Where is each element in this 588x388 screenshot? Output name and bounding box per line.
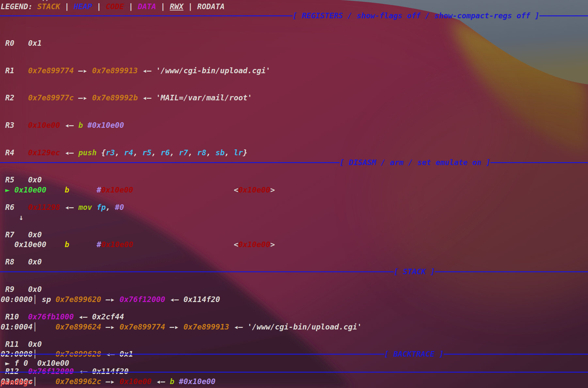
stack-pane: 00:0000│ sp 0x7e899620 —▸ 0x76f12000 ◂— … bbox=[1, 277, 362, 388]
stack-row-0: 00:0000│ sp 0x7e899620 —▸ 0x76f12000 ◂— … bbox=[1, 295, 362, 304]
disasm-next-instruction: 0x10e00 b #0x10e00 <0x10e00> bbox=[1, 240, 275, 249]
register-row-r2: R2 0x7e89977c —▸ 0x7e89992b ◂— 'MAIL=/va… bbox=[5, 93, 270, 102]
register-row-r0: R0 0x1 bbox=[5, 39, 270, 48]
stack-pane-header: [ STACK ] bbox=[0, 267, 588, 276]
registers-header-rule-left bbox=[0, 15, 293, 16]
registers-pane-header: [ REGISTERS / show-flags off / show-comp… bbox=[0, 11, 588, 20]
stack-row-3: 03:000c│ 0x7e89962c —▸ 0x10e00 ◂— b #0x1… bbox=[1, 377, 362, 386]
registers-header-rule-right bbox=[539, 15, 588, 16]
registers-header-label: [ REGISTERS / show-flags off / show-comp… bbox=[293, 11, 539, 20]
backtrace-frame-0: ► f 0 0x10e00 bbox=[1, 359, 69, 368]
disasm-pane-header: [ DISASM / arm / set emulate on ] bbox=[0, 158, 588, 167]
register-row-r4: R4 0x129ec ◂— push {r3, r4, r5, r6, r7, … bbox=[5, 148, 270, 157]
disasm-header-rule-right bbox=[490, 162, 588, 163]
backtrace-header-rule-left bbox=[0, 354, 384, 355]
disasm-header-label: [ DISASM / arm / set emulate on ] bbox=[340, 158, 490, 167]
register-row-r1: R1 0x7e899774 —▸ 0x7e899913 ◂— '/www/cgi… bbox=[5, 66, 270, 75]
bottom-rule bbox=[0, 372, 588, 373]
backtrace-header-label: [ BACKTRACE ] bbox=[384, 349, 444, 359]
disasm-header-rule-left bbox=[0, 162, 340, 163]
pwndbg-terminal: () LEGEND: STACK | HEAP | CODE | DATA | … bbox=[0, 0, 588, 388]
stack-header-rule-left bbox=[0, 271, 394, 272]
stack-header-label: [ STACK ] bbox=[394, 267, 435, 276]
disasm-pane: ► 0x10e00 b #0x10e00 <0x10e00> ↓ 0x10e00… bbox=[1, 167, 275, 267]
legend-line: LEGEND: STACK | HEAP | CODE | DATA | RWX… bbox=[1, 2, 225, 11]
backtrace-pane-header: [ BACKTRACE ] bbox=[0, 349, 588, 359]
backtrace-header-rule-right bbox=[444, 354, 588, 355]
disasm-current-instruction: ► 0x10e00 b #0x10e00 <0x10e00> bbox=[1, 185, 275, 194]
disasm-branch-arrow: ↓ bbox=[1, 213, 275, 222]
stack-header-rule-right bbox=[435, 271, 588, 272]
stack-row-1: 01:0004│ 0x7e899624 —▸ 0x7e899774 —▸ 0x7… bbox=[1, 322, 362, 331]
command-prompt[interactable]: pwndbg> bbox=[1, 378, 37, 387]
register-row-r3: R3 0x10e00 ◂— b #0x10e00 bbox=[5, 121, 270, 130]
